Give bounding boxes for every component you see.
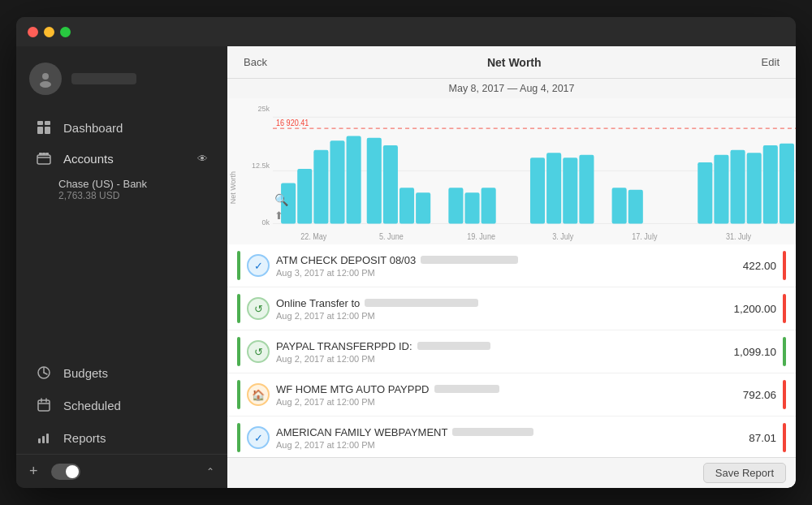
svg-rect-39 — [628, 190, 643, 224]
chart-y-axis: 25k 12.5k 0k — [244, 98, 273, 244]
table-row[interactable]: ↺ PAYPAL TRANSFERPPD ID: Aug 2, 2017 at … — [227, 330, 796, 373]
txn-icon: ✓ — [247, 426, 270, 449]
svg-rect-41 — [714, 155, 728, 224]
y-label-bot: 0k — [261, 218, 270, 227]
svg-rect-29 — [400, 188, 414, 223]
dashboard-icon — [36, 119, 52, 136]
eye-icon[interactable]: 👁 — [197, 153, 208, 165]
svg-rect-9 — [45, 153, 49, 155]
svg-rect-4 — [37, 127, 43, 134]
sidebar-item-dashboard[interactable]: Dashboard — [21, 111, 222, 144]
fullscreen-button[interactable] — [60, 27, 71, 37]
svg-rect-44 — [763, 145, 778, 223]
svg-rect-3 — [45, 121, 50, 125]
save-report-button[interactable]: Save Report — [703, 463, 786, 483]
sidebar-item-reports[interactable]: Reports — [21, 421, 222, 454]
txn-amount: 87.01 — [749, 432, 776, 444]
table-row[interactable]: ✓ ATM CHECK DEPOSIT 08/03 Aug 3, 2017 at… — [227, 244, 796, 287]
budgets-label: Budgets — [63, 366, 108, 380]
svg-rect-35 — [546, 153, 561, 223]
txn-side-indicator — [783, 337, 786, 366]
txn-amount: 422.00 — [743, 260, 776, 272]
user-section — [16, 54, 227, 111]
back-button[interactable]: Back — [227, 46, 283, 78]
svg-rect-40 — [698, 162, 712, 223]
txn-blur-name — [365, 299, 478, 307]
svg-rect-11 — [38, 400, 50, 411]
edit-button[interactable]: Edit — [745, 46, 796, 78]
minimize-button[interactable] — [44, 27, 54, 37]
account-item-chase[interactable]: Chase (US) - Bank 2,763.38 USD — [16, 173, 227, 206]
txn-content: AMERICAN FAMILY WEBPAYMENT Aug 2, 2017 a… — [276, 426, 742, 450]
svg-rect-43 — [747, 153, 762, 223]
traffic-lights — [28, 27, 71, 37]
svg-rect-5 — [45, 127, 50, 134]
sidebar: Dashboard Accounts 👁 Chase — [16, 46, 227, 488]
svg-rect-23 — [297, 169, 312, 223]
txn-date: Aug 2, 2017 at 12:00 PM — [276, 397, 736, 407]
svg-rect-45 — [780, 144, 794, 224]
svg-rect-6 — [37, 155, 50, 164]
content-topbar: Back Net Worth Edit — [227, 46, 796, 79]
user-name-blur — [71, 73, 136, 84]
sidebar-bottom: + ⌃ — [16, 454, 227, 488]
account-name: Chase (US) - Bank — [58, 178, 147, 190]
txn-name: ATM CHECK DEPOSIT 08/03 — [276, 254, 416, 266]
txn-date: Aug 2, 2017 at 12:00 PM — [276, 440, 742, 450]
sidebar-accounts-header: Accounts 👁 — [21, 144, 222, 173]
txn-icon: ↺ — [247, 297, 270, 320]
txn-indicator — [237, 423, 240, 452]
txn-blur-name — [417, 342, 490, 350]
svg-point-1 — [40, 81, 51, 88]
txn-icon: ✓ — [247, 254, 270, 277]
svg-rect-36 — [563, 158, 577, 223]
txn-icon: ↺ — [247, 340, 270, 363]
txn-content: WF HOME MTG AUTO PAYPPD Aug 2, 2017 at 1… — [276, 383, 736, 407]
svg-rect-31 — [448, 188, 463, 223]
close-button[interactable] — [28, 27, 38, 37]
svg-rect-27 — [367, 138, 382, 224]
txn-indicator — [237, 337, 240, 366]
content-area: Back Net Worth Edit May 8, 2017 — Aug 4,… — [227, 46, 796, 488]
txn-indicator — [237, 251, 240, 280]
svg-text:19. June: 19. June — [467, 232, 495, 242]
chart-y-title: Net Worth — [229, 171, 237, 204]
y-label-top: 25k — [257, 105, 270, 113]
toggle-switch[interactable] — [51, 464, 80, 480]
txn-name: PAYPAL TRANSFERPPD ID: — [276, 340, 412, 352]
scheduled-icon — [36, 397, 52, 413]
txn-icon: 🏠 — [247, 383, 270, 406]
sidebar-item-scheduled[interactable]: Scheduled — [21, 389, 222, 421]
add-button[interactable]: + — [29, 463, 38, 480]
txn-date: Aug 2, 2017 at 12:00 PM — [276, 354, 727, 364]
svg-text:31. July: 31. July — [726, 232, 751, 242]
main-layout: Dashboard Accounts 👁 Chase — [16, 46, 796, 488]
svg-rect-7 — [39, 153, 42, 155]
reports-icon — [36, 429, 52, 446]
chevron-up-icon[interactable]: ⌃ — [206, 466, 214, 477]
zoom-in-icon[interactable]: 🔍 — [274, 193, 288, 206]
svg-rect-38 — [612, 188, 627, 223]
svg-rect-30 — [416, 192, 430, 223]
svg-rect-2 — [37, 121, 43, 125]
svg-rect-26 — [347, 136, 361, 223]
svg-rect-33 — [482, 188, 496, 223]
txn-name: WF HOME MTG AUTO PAYPPD — [276, 383, 430, 395]
txn-date: Aug 2, 2017 at 12:00 PM — [276, 311, 727, 321]
svg-rect-28 — [383, 145, 398, 223]
svg-text:5. June: 5. June — [379, 232, 404, 242]
table-row[interactable]: ↺ Online Transfer to Aug 2, 2017 at 12:0… — [227, 287, 796, 330]
table-row[interactable]: ✓ AMERICAN FAMILY WEBPAYMENT Aug 2, 2017… — [227, 417, 796, 457]
txn-name: Online Transfer to — [276, 297, 360, 309]
svg-text:3. July: 3. July — [552, 232, 573, 242]
accounts-icon — [36, 150, 52, 166]
txn-indicator — [237, 294, 240, 323]
scheduled-label: Scheduled — [63, 399, 121, 412]
title-bar — [16, 17, 796, 46]
txn-blur-name — [434, 385, 499, 393]
chart-container: Net Worth 25k 12.5k 0k — [227, 98, 796, 244]
sidebar-item-budgets[interactable]: Budgets — [21, 356, 222, 389]
table-row[interactable]: 🏠 WF HOME MTG AUTO PAYPPD Aug 2, 2017 at… — [227, 373, 796, 417]
cursor-icon[interactable]: ⬆ — [274, 209, 288, 222]
save-report-bar: Save Report — [227, 457, 796, 488]
